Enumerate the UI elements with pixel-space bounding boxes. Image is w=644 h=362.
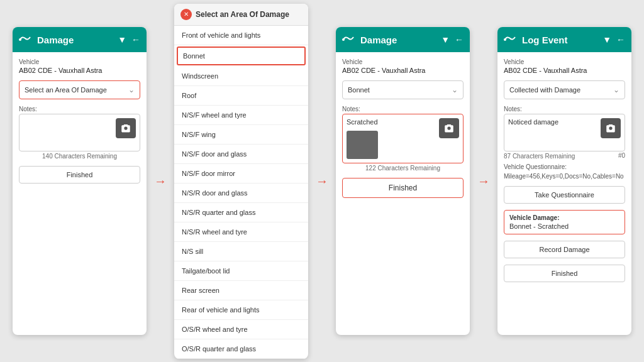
- svg-point-0: [19, 38, 21, 41]
- area-damage-text: Select an Area Of Damage: [25, 86, 107, 94]
- screen1-header: Damage ▼ ←: [13, 27, 147, 52]
- notes-label: Notes:: [504, 106, 625, 112]
- damage-value: Bonnet - Scratched: [509, 222, 619, 230]
- vehicle-value: AB02 CDE - Vauxhall Astra: [342, 67, 464, 74]
- screen3-title: Damage: [360, 35, 437, 45]
- list-item[interactable]: Rear of vehicle and lights: [174, 300, 308, 320]
- back-icon[interactable]: ←: [616, 35, 625, 45]
- vehicle-value: AB02 CDE - Vauxhall Astra: [504, 67, 625, 74]
- collected-text: Collected with Damage: [509, 86, 580, 94]
- questionnaire-label: Vehicle Questionnaire:: [504, 163, 625, 170]
- vehicle-damage-section: Vehicle Damage: Bonnet - Scratched: [504, 210, 625, 234]
- list-item[interactable]: N/S/R quarter and glass: [174, 203, 308, 222]
- screen2-title: Select an Area Of Damage: [196, 10, 289, 19]
- vehicle-section: Vehicle AB02 CDE - Vauxhall Astra: [504, 58, 625, 74]
- screen4-body: Vehicle AB02 CDE - Vauxhall Astra Collec…: [497, 52, 631, 335]
- list-item[interactable]: N/S/F door mirror: [174, 164, 308, 184]
- questionnaire-value: Mileage=456,Keys=0,Docs=No,Cables=No: [504, 173, 625, 180]
- screen2: ✕ Select an Area Of Damage Front of vehi…: [174, 4, 308, 359]
- arrow1: →: [154, 174, 167, 189]
- chars-remaining: 122 Characters Remaining: [342, 165, 464, 172]
- list-item-bonnet[interactable]: Bonnet: [177, 47, 306, 65]
- questionnaire-section: Vehicle Questionnaire: Mileage=456,Keys=…: [504, 163, 625, 180]
- close-button[interactable]: ✕: [180, 9, 192, 20]
- screen3-body: Vehicle AB02 CDE - Vauxhall Astra Bonnet…: [336, 52, 470, 335]
- list-item[interactable]: Roof: [174, 86, 308, 106]
- svg-point-1: [342, 38, 345, 41]
- vehicle-section: Vehicle AB02 CDE - Vauxhall Astra: [19, 58, 140, 74]
- notes-count-badge: #0: [618, 152, 625, 159]
- list-item[interactable]: N/S/R door and glass: [174, 184, 308, 203]
- area-damage-dropdown[interactable]: Select an Area Of Damage ⌄: [19, 80, 140, 99]
- list-item[interactable]: N/S sill: [174, 242, 308, 261]
- damage-label: Vehicle Damage:: [509, 214, 619, 221]
- screen4-title: Log Event: [522, 35, 599, 45]
- notes-area: Scratched: [342, 114, 464, 163]
- vehicle-label: Vehicle: [504, 58, 625, 65]
- list-item[interactable]: N/S/F wing: [174, 125, 308, 145]
- vehicle-section: Vehicle AB02 CDE - Vauxhall Astra: [342, 58, 464, 74]
- notes-label: Notes:: [19, 106, 140, 112]
- arrow3: →: [477, 174, 490, 189]
- screen3-header: Damage ▼ ←: [336, 27, 470, 52]
- record-damage-button[interactable]: Record Damage: [504, 241, 625, 258]
- chars-remaining: 87 Characters Remaining: [504, 153, 575, 160]
- log-event-logo-icon: [504, 35, 518, 45]
- list-item[interactable]: Windscreen: [174, 67, 308, 86]
- damage-logo-icon2: [342, 35, 357, 45]
- list-item[interactable]: Front of vehicle and lights: [174, 26, 308, 45]
- notes-section: Notes: Noticed damage 87 Characters Rema…: [504, 106, 625, 160]
- vehicle-label: Vehicle: [19, 58, 140, 65]
- finished-button[interactable]: Finished: [19, 166, 140, 184]
- notes-section: Notes: 140 Characters Remaining: [19, 106, 140, 160]
- list-item[interactable]: Tailgate/boot lid: [174, 261, 308, 281]
- camera-button[interactable]: [439, 118, 459, 138]
- screen4: Log Event ▼ ← Vehicle AB02 CDE - Vauxhal…: [497, 27, 631, 335]
- notes-text: [23, 118, 112, 147]
- list-item[interactable]: N/S/R wheel and tyre: [174, 222, 308, 242]
- list-item[interactable]: O/S/R quarter and glass: [174, 339, 308, 359]
- screen4-header-actions: ▼ ←: [602, 35, 625, 45]
- vehicle-value: AB02 CDE - Vauxhall Astra: [19, 67, 140, 74]
- take-questionnaire-button[interactable]: Take Questionnaire: [504, 186, 625, 204]
- screen1-body: Vehicle AB02 CDE - Vauxhall Astra Select…: [13, 52, 147, 335]
- notes-area: Noticed damage: [504, 114, 625, 151]
- damage-logo-icon: [19, 35, 33, 45]
- chars-remaining: 140 Characters Remaining: [19, 153, 140, 160]
- screen2-header: ✕ Select an Area Of Damage: [174, 4, 308, 26]
- arrow2: →: [316, 174, 328, 189]
- filter-icon[interactable]: ▼: [602, 35, 611, 45]
- camera-button[interactable]: [116, 118, 136, 138]
- screen1-title: Damage: [37, 35, 114, 45]
- screen3-header-actions: ▼ ←: [441, 35, 464, 45]
- vehicle-label: Vehicle: [342, 58, 464, 65]
- filter-icon[interactable]: ▼: [118, 35, 126, 45]
- damage-image-thumbnail: [347, 131, 378, 159]
- chevron-down-icon: ⌄: [452, 85, 458, 94]
- back-icon[interactable]: ←: [455, 35, 464, 45]
- area-selected-dropdown[interactable]: Bonnet ⌄: [342, 80, 464, 99]
- chevron-down-icon: ⌄: [128, 85, 135, 94]
- notes-area: [19, 114, 140, 151]
- notes-text: Noticed damage: [508, 118, 597, 147]
- notes-label: Notes:: [342, 106, 464, 112]
- collected-dropdown[interactable]: Collected with Damage ⌄: [504, 80, 625, 99]
- list-item[interactable]: N/S/F door and glass: [174, 145, 308, 164]
- list-item[interactable]: N/S/F wheel and tyre: [174, 106, 308, 125]
- notes-section: Notes: Scratched 122 Characters Remainin…: [342, 106, 464, 172]
- filter-icon[interactable]: ▼: [441, 35, 450, 45]
- screen3: Damage ▼ ← Vehicle AB02 CDE - Vauxhall A…: [336, 27, 470, 335]
- damage-list: Front of vehicle and lights Bonnet Winds…: [174, 26, 308, 359]
- finished-button[interactable]: Finished: [504, 265, 625, 282]
- list-item[interactable]: Rear screen: [174, 281, 308, 300]
- notes-text: Scratched: [347, 118, 435, 126]
- svg-point-2: [504, 38, 506, 41]
- back-icon[interactable]: ←: [131, 35, 140, 45]
- screen4-header: Log Event ▼ ←: [497, 27, 631, 52]
- screen1-header-actions: ▼ ←: [118, 35, 140, 45]
- list-item[interactable]: O/S/R wheel and tyre: [174, 320, 308, 339]
- area-selected-text: Bonnet: [348, 86, 370, 94]
- screen1: Damage ▼ ← Vehicle AB02 CDE - Vauxhall A…: [13, 27, 147, 335]
- finished-button[interactable]: Finished: [342, 178, 464, 198]
- camera-button[interactable]: [601, 118, 621, 138]
